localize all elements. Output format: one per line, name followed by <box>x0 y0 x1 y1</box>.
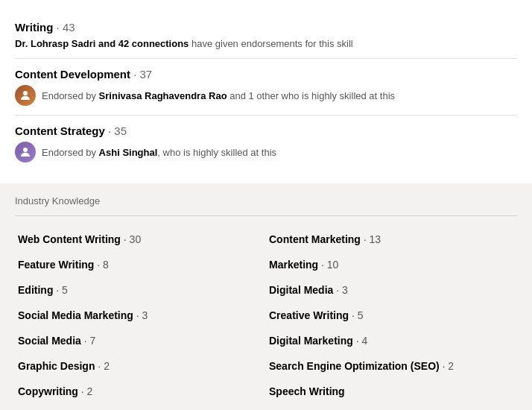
skill-writing: Writing · 43 Dr. Lohrasp Sadri and 42 co… <box>15 12 517 59</box>
industry-skill-right-3: Creative Writing · 5 <box>266 303 517 328</box>
industry-skill-right-1: Marketing · 10 <box>266 252 517 277</box>
skill-name: Content Strategy <box>15 124 105 137</box>
avatar-content-development <box>15 85 36 106</box>
skill-count: · 35 <box>108 124 127 137</box>
industry-divider <box>15 215 517 216</box>
industry-skill-left-3: Social Media Marketing · 3 <box>15 303 266 328</box>
industry-skill-left-1: Feature Writing · 8 <box>15 252 266 277</box>
endorsement-writing: Dr. Lohrasp Sadri and 42 connections hav… <box>15 38 517 49</box>
industry-skill-left-2: Editing · 5 <box>15 277 266 303</box>
industry-skill-right-4: Digital Marketing · 4 <box>266 328 517 353</box>
endorsement-content-development: Endorsed by Srinivasa Raghavendra Rao an… <box>15 85 517 106</box>
industry-label: Industry Knowledge <box>15 195 517 206</box>
skill-title-content-strategy: Content Strategy · 35 <box>15 124 517 137</box>
avatar-content-strategy <box>15 142 36 163</box>
industry-knowledge-section: Industry Knowledge Web Content Writing ·… <box>0 183 532 410</box>
skill-count: · 37 <box>133 68 152 81</box>
industry-skill-right-6: Speech Writing <box>266 379 517 404</box>
top-skills-section: Writing · 43 Dr. Lohrasp Sadri and 42 co… <box>0 0 532 183</box>
skill-count: · 43 <box>57 21 75 34</box>
industry-skill-right-2: Digital Media · 3 <box>266 277 517 303</box>
svg-point-1 <box>23 148 28 152</box>
skill-title-writing: Writing · 43 <box>15 21 517 34</box>
skill-title-content-development: Content Development · 37 <box>15 68 517 81</box>
industry-skill-right-0: Content Marketing · 13 <box>266 227 517 252</box>
industry-skills-grid: Web Content Writing · 30Content Marketin… <box>15 227 517 404</box>
industry-skill-left-5: Graphic Design · 2 <box>15 353 266 379</box>
svg-point-0 <box>23 91 28 95</box>
industry-skill-left-0: Web Content Writing · 30 <box>15 227 266 252</box>
industry-skill-right-5: Search Engine Optimization (SEO) · 2 <box>266 353 517 379</box>
skill-name: Content Development <box>15 68 130 81</box>
skill-name: Writing <box>15 21 53 34</box>
endorsement-content-strategy: Endorsed by Ashi Singhal, who is highly … <box>15 142 517 163</box>
skill-content-strategy: Content Strategy · 35 Endorsed by Ashi S… <box>15 116 517 171</box>
skill-content-development: Content Development · 37 Endorsed by Sri… <box>15 59 517 116</box>
industry-skill-left-6: Copywriting · 2 <box>15 379 266 404</box>
industry-skill-left-4: Social Media · 7 <box>15 328 266 353</box>
